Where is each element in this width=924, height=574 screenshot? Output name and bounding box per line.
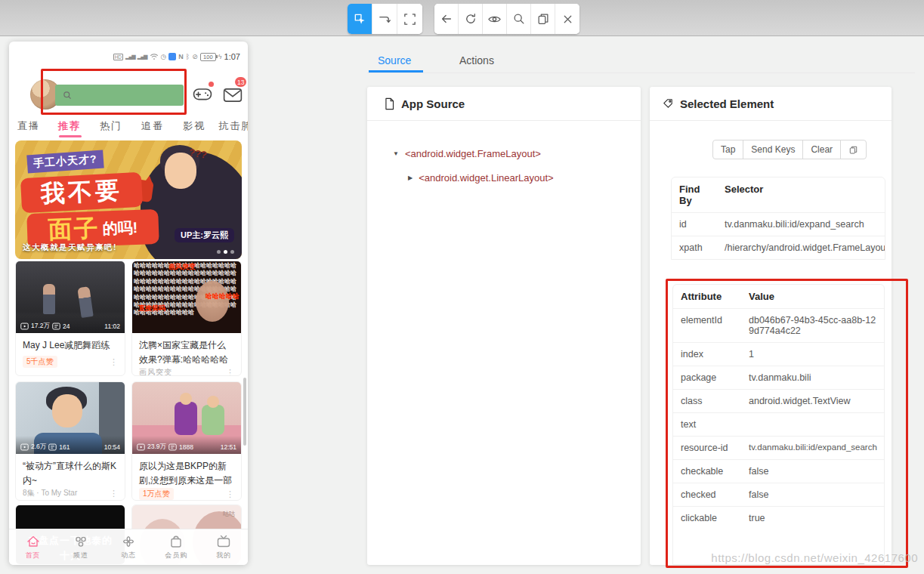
find-by-key: xpath — [672, 236, 717, 259]
copy-icon — [536, 12, 550, 26]
attribute-value: db046b67-94b3-45cc-aa8b-129d774a4c22 — [741, 309, 884, 342]
tree-node-linearlayout[interactable]: ▶ <android.widget.LinearLayout> — [408, 172, 554, 184]
select-elements-button[interactable] — [348, 4, 372, 34]
nav-activity[interactable]: 动态 — [104, 529, 152, 565]
tab-live[interactable]: 直播 — [11, 119, 47, 133]
attribute-value: tv.danmaku.bili — [741, 366, 884, 389]
table-row: xpath /hierarchy/android.widget.FrameLay… — [672, 236, 885, 259]
screenshot-overlay-button[interactable] — [483, 4, 507, 34]
tab-recommend[interactable]: 推荐 — [51, 119, 88, 133]
active-tab-indicator — [369, 70, 423, 73]
tab-cinema[interactable]: 影视 — [176, 119, 212, 133]
video-thumbnail: 哈哈哈哈哈哈哈哈哈哈哈哈哈哈哈哈哈哈哈哈哈哈哈哈哈哈哈哈哈哈哈哈哈哈哈哈哈哈哈哈… — [132, 261, 241, 333]
card-menu-icon[interactable]: ⋮ — [110, 489, 118, 498]
signal2-icon: ▂▄▆ — [138, 54, 147, 60]
element-action-buttons: Tap Send Keys Clear — [712, 140, 867, 159]
play-count-icon — [137, 443, 145, 451]
channels-icon — [73, 534, 88, 549]
attribute-value: android.widget.TextView — [741, 390, 884, 412]
danmaku-count: 24 — [63, 322, 70, 330]
refresh-icon — [464, 12, 477, 26]
messages-button[interactable] — [223, 87, 243, 106]
card-menu-icon[interactable]: ⋮ — [226, 490, 234, 498]
back-arrow-icon — [440, 12, 453, 26]
phone-scrollbar[interactable] — [243, 378, 246, 446]
nav-label: 首页 — [26, 551, 41, 560]
video-card[interactable]: 2.6万 161 10:54 “被动方”直球什么的斯K内~ 8集 · To My… — [15, 381, 125, 501]
nav-mine[interactable]: 我的 — [200, 529, 248, 565]
attribute-key: resource-id — [673, 437, 741, 459]
alarm-icon: ◷ — [161, 53, 167, 60]
copy-attributes-button[interactable] — [840, 140, 867, 159]
message-badge: 13 — [235, 77, 246, 87]
video-thumbnail: 17.2万 24 11:02 — [16, 261, 125, 333]
table-row: text — [673, 412, 884, 436]
attribute-value — [741, 413, 884, 436]
clear-button[interactable]: Clear — [802, 140, 841, 159]
refresh-button[interactable] — [459, 4, 483, 34]
send-keys-button[interactable]: Send Keys — [743, 140, 803, 159]
tree-node-framelayout[interactable]: ▼ <android.widget.FrameLayout> — [393, 148, 541, 159]
danmaku-count: 161 — [59, 443, 70, 451]
window-titlebar — [0, 0, 924, 36]
tab-covid[interactable]: 抗击肺 — [218, 119, 248, 133]
search-button[interactable] — [507, 4, 531, 34]
back-button[interactable] — [434, 4, 459, 34]
game-center-button[interactable] — [192, 85, 213, 106]
video-duration: 12:51 — [221, 443, 236, 451]
find-by-value: tv.danmaku.bili:id/expand_search — [717, 213, 885, 236]
video-card[interactable]: 23.9万 1888 12:51 原以为这是BKPP的新剧,没想到原来这是一部超… — [131, 381, 242, 501]
tab-source[interactable]: Source — [378, 54, 411, 66]
tab-bangumi[interactable]: 追番 — [134, 119, 171, 133]
phone-bottom-nav: 首页 频道 动态 — [9, 529, 248, 565]
phone-screenshot-panel[interactable]: HD ▂▄▆ ▂▄▆ ◷ N ᛒ ⊘ 100 ϟ 1:07 — [9, 42, 248, 565]
swipe-by-coordinates-button[interactable] — [372, 4, 397, 34]
carousel-dots[interactable] — [217, 250, 234, 254]
search-bar-highlighted[interactable] — [55, 85, 184, 106]
tab-hot[interactable]: 热门 — [93, 119, 129, 133]
close-icon — [561, 13, 574, 26]
attribute-value: tv.danmaku.bili:id/expand_search — [741, 437, 884, 459]
tap-by-coordinates-button[interactable] — [397, 4, 422, 34]
attribute-key: text — [673, 413, 741, 436]
app-notification-icon — [168, 53, 176, 60]
video-title: 沈腾×国家宝藏是什么效果?弹幕:哈哈哈哈哈哈 — [132, 333, 241, 367]
caret-right-icon[interactable]: ▶ — [408, 174, 413, 181]
video-stats: 23.9万 1888 12:51 — [132, 436, 241, 454]
tap-button[interactable]: Tap — [712, 140, 743, 159]
meme-face — [196, 281, 229, 322]
mode-toolbar — [348, 4, 422, 34]
play-count-icon — [20, 322, 29, 330]
speech-bubble-text: 咕咕 — [223, 510, 235, 518]
panel-title: Selected Element — [680, 97, 774, 110]
app-source-panel: App Source ▼ <android.widget.FrameLayout… — [367, 87, 641, 565]
banner-carousel[interactable]: ??? 手工小天才? 我不要 面子 的吗! 这大概就是天赋异禀吧! UP主:罗云… — [15, 140, 242, 259]
frame-icon — [403, 12, 417, 26]
eye-icon — [487, 12, 502, 26]
video-tag: 8集 · To My Star — [23, 488, 77, 498]
video-card[interactable]: 17.2万 24 11:02 May J Lee减肥舞蹈练版 5千点赞 ⋮ — [15, 261, 125, 376]
tree-node-tag: <android.widget.LinearLayout> — [419, 172, 554, 184]
table-row: checkable false — [673, 459, 884, 483]
nav-home[interactable]: 首页 — [9, 529, 57, 565]
banner-title-text1: 我不要 — [40, 174, 123, 211]
banner-title-line1: 我不要 — [20, 172, 143, 213]
nav-channels[interactable]: 频道 — [57, 529, 104, 565]
mute-icon: ⊘ — [192, 53, 198, 60]
video-card[interactable]: 哈哈哈哈哈哈哈哈哈哈哈哈哈哈哈哈哈哈哈哈哈哈哈哈哈哈哈哈哈哈哈哈哈哈哈哈哈哈哈哈… — [131, 261, 242, 376]
video-stats: 17.2万 24 11:02 — [16, 315, 125, 333]
close-button[interactable] — [555, 4, 579, 34]
copy-source-button[interactable] — [531, 4, 555, 34]
watermark: https://blog.csdn.net/weixin_42617600 — [711, 551, 918, 564]
document-icon — [384, 97, 395, 110]
tab-actions[interactable]: Actions — [459, 54, 494, 66]
status-time: 1:07 — [224, 52, 240, 61]
play-count-icon — [20, 443, 29, 451]
tabs-divider — [367, 73, 915, 73]
nav-shop[interactable]: 会员购 — [153, 529, 200, 565]
find-by-value: /hierarchy/android.widget.FrameLayout/an… — [717, 236, 885, 259]
card-menu-icon[interactable]: ⋮ — [226, 369, 234, 377]
column-header: Selector — [717, 177, 885, 212]
card-menu-icon[interactable]: ⋮ — [110, 358, 118, 366]
caret-down-icon[interactable]: ▼ — [393, 150, 399, 157]
